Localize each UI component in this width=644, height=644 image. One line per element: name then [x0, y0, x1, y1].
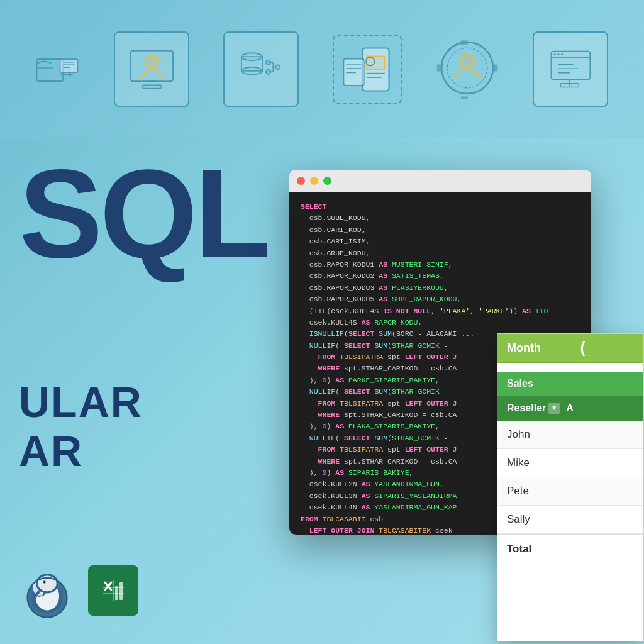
table-row: John	[497, 421, 643, 449]
subtitle: ULAR AR	[19, 377, 143, 475]
close-dot[interactable]	[297, 177, 305, 185]
reseller-subheader-row: Reseller ▼ A	[497, 396, 643, 421]
reseller-subheader: Reseller ▼ A	[497, 396, 643, 420]
table-header-row: Month (	[497, 334, 643, 363]
svg-rect-27	[343, 58, 364, 86]
reseller-dropdown[interactable]: ▼	[548, 402, 560, 414]
svg-point-47	[561, 53, 563, 55]
minimize-dot[interactable]	[310, 177, 318, 185]
folder-icon	[36, 46, 80, 92]
svg-point-45	[553, 53, 555, 55]
svg-rect-34	[493, 65, 497, 72]
svg-point-19	[266, 69, 271, 74]
svg-point-9	[145, 55, 158, 68]
window-settings-icon	[533, 31, 608, 107]
table-row: Mike	[497, 449, 643, 477]
table-total-row: Total	[497, 534, 643, 563]
bottom-logos	[19, 562, 138, 619]
svg-rect-36	[461, 40, 468, 45]
svg-rect-37	[461, 96, 468, 99]
table-row: Sally	[497, 506, 643, 534]
maximize-dot[interactable]	[323, 177, 331, 185]
excel-logo	[88, 565, 138, 616]
user-monitor-icon	[114, 31, 189, 107]
extra-col-header: (	[574, 334, 644, 362]
svg-point-56	[43, 581, 45, 582]
table-row: Pete	[497, 477, 643, 506]
subtitle-line2: AR	[19, 426, 143, 475]
sql-title: SQL	[19, 151, 268, 277]
month-header: Month	[497, 334, 574, 362]
table-subheader-row: Sales	[497, 372, 643, 396]
spacer	[497, 363, 643, 372]
svg-rect-38	[551, 51, 590, 79]
svg-point-20	[275, 65, 280, 70]
window-titlebar	[289, 170, 591, 192]
svg-rect-64	[115, 586, 118, 600]
svg-rect-65	[119, 582, 123, 600]
id-card-icon	[333, 35, 402, 104]
svg-point-33	[460, 53, 475, 69]
database-icon	[223, 31, 299, 107]
svg-rect-23	[366, 56, 384, 69]
svg-point-46	[557, 53, 559, 55]
user-gear-icon	[436, 36, 499, 102]
svg-marker-3	[69, 72, 74, 77]
svg-rect-35	[437, 65, 441, 72]
subtitle-line1: ULAR	[19, 377, 143, 426]
sales-subheader: Sales	[497, 372, 643, 396]
svg-rect-11	[142, 85, 161, 88]
svg-rect-4	[60, 59, 78, 72]
icon-strip	[0, 0, 644, 138]
postgresql-logo	[19, 562, 75, 619]
svg-point-18	[266, 60, 271, 65]
data-table: Month ( Sales Reseller ▼ A John Mike Pet…	[497, 333, 644, 641]
